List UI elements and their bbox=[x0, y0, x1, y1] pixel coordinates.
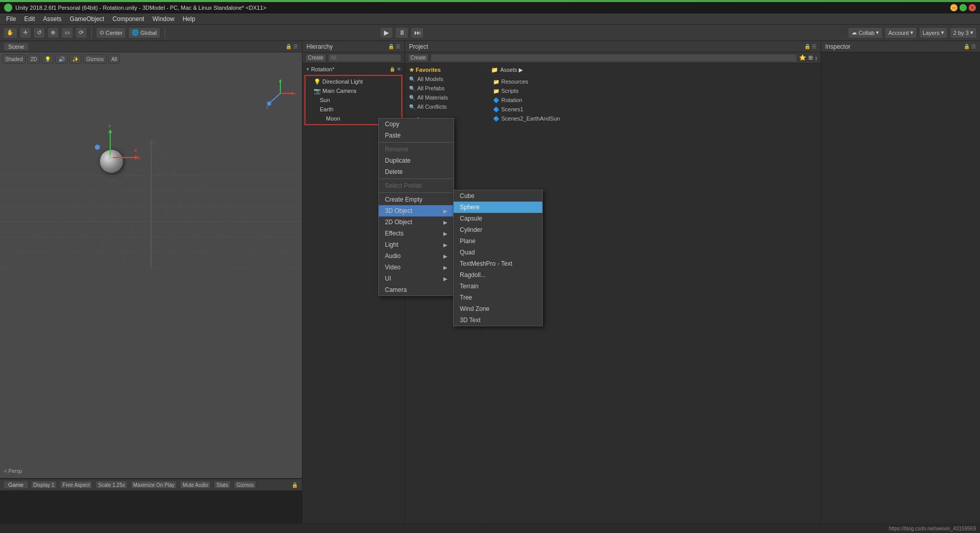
star-icon: ★ bbox=[409, 67, 414, 73]
audio-button[interactable]: 🔊 bbox=[55, 54, 68, 64]
lighting-button[interactable]: 💡 bbox=[42, 54, 54, 64]
tool-scale[interactable]: ⊕ bbox=[47, 27, 59, 38]
asset-scenes2[interactable]: 🔷 Scenes2_EarthAndSun bbox=[489, 114, 819, 123]
tool-rotate[interactable]: ↺ bbox=[33, 27, 45, 38]
account-button[interactable]: Account ▾ bbox=[885, 27, 917, 38]
panel-menu-icon[interactable]: ☰ bbox=[293, 44, 298, 49]
tool-rect[interactable]: ▭ bbox=[61, 27, 73, 38]
sub-sphere[interactable]: Sphere bbox=[454, 202, 542, 213]
ctx-create-empty[interactable]: Create Empty bbox=[379, 194, 454, 205]
project-sort-icon[interactable]: ↕ bbox=[815, 55, 818, 61]
display-button[interactable]: Display 1 bbox=[31, 481, 57, 489]
menu-gameobject[interactable]: GameObject bbox=[66, 14, 108, 24]
step-button[interactable]: ⏭ bbox=[411, 27, 424, 38]
hierarchy-item-earth[interactable]: Earth bbox=[305, 105, 401, 114]
hierarchy-lock-icon[interactable]: 🔒 bbox=[388, 44, 394, 49]
sub-cube[interactable]: Cube bbox=[454, 190, 542, 202]
game-tab[interactable]: Game bbox=[4, 481, 28, 488]
pause-button[interactable]: ⏸ bbox=[395, 27, 409, 38]
project-search-input[interactable] bbox=[431, 54, 797, 62]
sub-textmeshpro[interactable]: TextMeshPro - Text bbox=[454, 258, 542, 269]
shading-button[interactable]: Shaded bbox=[2, 54, 26, 64]
sub-3d-text[interactable]: 3D Text bbox=[454, 314, 542, 326]
fav-all-models[interactable]: 🔍 All Models bbox=[407, 74, 484, 84]
ctx-copy[interactable]: Copy bbox=[379, 119, 454, 130]
search-all-button[interactable]: All bbox=[108, 54, 120, 64]
menu-help[interactable]: Help bbox=[178, 14, 199, 24]
close-button[interactable]: ✕ bbox=[969, 4, 976, 11]
ctx-audio[interactable]: Audio ▶ bbox=[379, 250, 454, 262]
aspect-button[interactable]: Free Aspect bbox=[60, 481, 92, 489]
menu-edit[interactable]: Edit bbox=[20, 14, 39, 24]
ctx-camera[interactable]: Camera bbox=[379, 284, 454, 295]
layers-button[interactable]: Layers ▾ bbox=[919, 27, 948, 38]
sub-wind-zone[interactable]: Wind Zone bbox=[454, 303, 542, 314]
game-gizmos-button[interactable]: Gizmos bbox=[234, 481, 256, 489]
scene-vis-icon[interactable]: 👁 bbox=[397, 67, 401, 72]
hierarchy-item-camera[interactable]: 📷 Main Camera bbox=[305, 86, 401, 95]
ctx-effects[interactable]: Effects ▶ bbox=[379, 228, 454, 239]
inspector-menu-icon[interactable]: ☰ bbox=[971, 44, 976, 49]
asset-scripts[interactable]: 📁 Scripts bbox=[489, 86, 819, 95]
ctx-video[interactable]: Video ▶ bbox=[379, 262, 454, 273]
ctx-delete[interactable]: Delete bbox=[379, 166, 454, 177]
sub-cylinder[interactable]: Cylinder bbox=[454, 224, 542, 235]
hierarchy-menu-icon[interactable]: ☰ bbox=[396, 44, 400, 49]
project-create-button[interactable]: Create bbox=[408, 54, 428, 62]
ctx-ui[interactable]: UI ▶ bbox=[379, 273, 454, 284]
gizmos-button[interactable]: Gizmos bbox=[83, 54, 107, 64]
hierarchy-search-input[interactable] bbox=[328, 54, 401, 62]
stats-button[interactable]: Stats bbox=[214, 481, 231, 489]
sub-capsule[interactable]: Capsule bbox=[454, 213, 542, 224]
tool-hand[interactable]: ✋ bbox=[3, 27, 17, 38]
project-lock-icon[interactable]: 🔒 bbox=[804, 44, 810, 49]
sub-ragdoll[interactable]: Ragdoll... bbox=[454, 269, 542, 281]
project-grid-icon[interactable]: ⊞ bbox=[808, 54, 813, 61]
asset-resources[interactable]: 📁 Resources bbox=[489, 77, 819, 86]
fav-all-prefabs[interactable]: 🔍 All Prefabs bbox=[407, 84, 484, 93]
ctx-2d-object[interactable]: 2D Object ▶ bbox=[379, 216, 454, 228]
sub-terrain[interactable]: Terrain bbox=[454, 281, 542, 292]
hierarchy-scene-item[interactable]: ▼ Rotation* 🔒 👁 bbox=[303, 65, 403, 74]
ctx-3d-object[interactable]: 3D Object ▶ bbox=[379, 205, 454, 216]
menu-window[interactable]: Window bbox=[148, 14, 178, 24]
project-filter-icon[interactable]: ⭐ bbox=[799, 54, 806, 61]
fav-all-conflicts[interactable]: 🔍 All Conflicts bbox=[407, 102, 484, 111]
hierarchy-item-dirlight[interactable]: 💡 Directional Light bbox=[305, 77, 401, 86]
mute-audio-button[interactable]: Mute Audio bbox=[180, 481, 211, 489]
scene-viewport[interactable]: Shaded 2D 💡 🔊 ✨ Gizmos All bbox=[0, 52, 302, 478]
minimize-button[interactable]: ─ bbox=[950, 4, 957, 11]
scene-tab[interactable]: Scene bbox=[4, 43, 28, 50]
maximize-on-play-button[interactable]: Maximize On Play bbox=[131, 481, 177, 489]
menu-file[interactable]: File bbox=[2, 14, 20, 24]
ctx-paste[interactable]: Paste bbox=[379, 130, 454, 141]
menu-component[interactable]: Component bbox=[108, 14, 148, 24]
fav-all-materials[interactable]: 🔍 All Materials bbox=[407, 93, 484, 102]
2d-button[interactable]: 2D bbox=[27, 54, 40, 64]
tool-multi[interactable]: ⟳ bbox=[75, 27, 87, 38]
sub-tree[interactable]: Tree bbox=[454, 292, 542, 303]
project-menu-icon[interactable]: ☰ bbox=[812, 44, 816, 49]
maximize-button[interactable]: □ bbox=[959, 4, 967, 11]
hierarchy-create-button[interactable]: Create bbox=[305, 54, 326, 62]
asset-scenes1[interactable]: 🔷 Scenes1 bbox=[489, 105, 819, 114]
ctx-light[interactable]: Light ▶ bbox=[379, 239, 454, 250]
scale-button[interactable]: Scale 1.25x bbox=[95, 481, 127, 489]
global-button[interactable]: 🌐 Global bbox=[128, 27, 160, 38]
collab-button[interactable]: ☁ Collab ▾ bbox=[848, 27, 883, 38]
ctx-duplicate[interactable]: Duplicate bbox=[379, 155, 454, 166]
fx-button[interactable]: ✨ bbox=[69, 54, 81, 64]
scene-lock-icon[interactable]: 🔒 bbox=[390, 67, 395, 72]
layout-button[interactable]: 2 by 3 ▾ bbox=[950, 27, 977, 38]
inspector-lock-icon[interactable]: 🔒 bbox=[964, 44, 970, 49]
game-panel-lock-icon[interactable]: 🔒 bbox=[292, 482, 298, 488]
hierarchy-item-sun[interactable]: Sun bbox=[305, 95, 401, 105]
asset-rotation[interactable]: 🔷 Rotation bbox=[489, 95, 819, 105]
center-button[interactable]: ⊙ Center bbox=[96, 27, 126, 38]
sub-quad[interactable]: Quad bbox=[454, 247, 542, 258]
play-button[interactable]: ▶ bbox=[380, 27, 393, 38]
menu-assets[interactable]: Assets bbox=[39, 14, 66, 24]
tool-move[interactable]: ✛ bbox=[19, 27, 31, 38]
sub-plane[interactable]: Plane bbox=[454, 235, 542, 247]
panel-lock-icon[interactable]: 🔒 bbox=[285, 44, 292, 49]
